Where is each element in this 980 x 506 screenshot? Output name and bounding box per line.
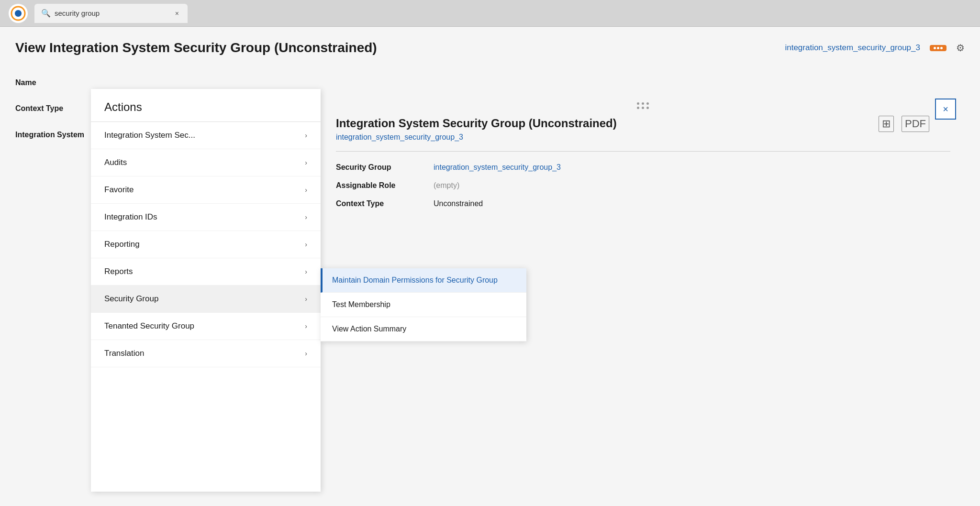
- overlay-container: Actions Integration System Sec... › Audi…: [91, 89, 966, 492]
- options-badge[interactable]: [930, 45, 947, 51]
- submenu-item-maintain-domain[interactable]: Maintain Domain Permissions for Security…: [321, 268, 526, 293]
- export-icons: ⊞ PDF: [879, 116, 929, 132]
- detail-row-assignable-role: Assignable Role (empty): [336, 181, 950, 190]
- search-tab-close-button[interactable]: ×: [173, 9, 181, 18]
- menu-item-label: Security Group: [104, 294, 158, 304]
- detail-row-context-type: Context Type Unconstrained: [336, 199, 950, 208]
- search-icon: 🔍: [41, 9, 51, 18]
- badge-dot-1: [934, 47, 936, 49]
- detail-subtitle[interactable]: integration_system_security_group_3: [336, 133, 950, 142]
- drag-handle[interactable]: [336, 102, 950, 109]
- page-header: View Integration System Security Group (…: [0, 27, 980, 65]
- menu-item-integration-system-sec[interactable]: Integration System Sec... ›: [91, 122, 321, 149]
- detail-label-assignable-role: Assignable Role: [336, 181, 422, 190]
- menu-item-reporting[interactable]: Reporting ›: [91, 231, 321, 258]
- settings-icon[interactable]: ⚙: [956, 42, 965, 54]
- menu-item-label: Tenanted Security Group: [104, 321, 194, 331]
- workday-logo: [8, 3, 29, 24]
- drag-dots: [637, 102, 649, 109]
- page-area: View Integration System Security Group (…: [0, 27, 980, 506]
- chevron-right-icon: ›: [305, 295, 307, 303]
- drag-dot: [642, 107, 644, 109]
- chevron-right-icon: ›: [305, 268, 307, 275]
- submenu-panel: Maintain Domain Permissions for Security…: [321, 268, 526, 341]
- menu-item-reports[interactable]: Reports ›: [91, 258, 321, 286]
- menu-item-audits[interactable]: Audits ›: [91, 149, 321, 176]
- menu-item-label: Favorite: [104, 185, 134, 195]
- chevron-right-icon: ›: [305, 132, 307, 139]
- chevron-right-icon: ›: [305, 186, 307, 194]
- drag-dot: [646, 107, 649, 109]
- close-button[interactable]: ×: [935, 99, 956, 120]
- drag-dot: [642, 102, 644, 105]
- search-tab-text: security group: [55, 9, 169, 17]
- chevron-right-icon: ›: [305, 241, 307, 248]
- chevron-right-icon: ›: [305, 213, 307, 221]
- actions-panel: Actions Integration System Sec... › Audi…: [91, 89, 321, 492]
- menu-item-label: Audits: [104, 158, 127, 167]
- drag-dot: [637, 107, 639, 109]
- page-title: View Integration System Security Group (…: [15, 40, 775, 55]
- detail-title: Integration System Security Group (Uncon…: [336, 117, 950, 130]
- chevron-right-icon: ›: [305, 159, 307, 166]
- menu-item-translation[interactable]: Translation ›: [91, 340, 321, 367]
- chevron-right-icon: ›: [305, 322, 307, 330]
- menu-item-label: Reports: [104, 267, 133, 276]
- excel-export-icon[interactable]: ⊞: [879, 116, 894, 132]
- drag-dot: [646, 102, 649, 105]
- menu-item-security-group[interactable]: Security Group ›: [91, 286, 321, 313]
- detail-value-security-group[interactable]: integration_system_security_group_3: [434, 163, 561, 172]
- detail-row-security-group: Security Group integration_system_securi…: [336, 163, 950, 172]
- chevron-right-icon: ›: [305, 350, 307, 357]
- search-tab[interactable]: 🔍 security group ×: [34, 4, 188, 23]
- menu-item-label: Reporting: [104, 240, 140, 249]
- detail-value-assignable-role: (empty): [434, 181, 459, 190]
- menu-item-label: Integration System Sec...: [104, 131, 195, 140]
- detail-value-context-type: Unconstrained: [434, 199, 483, 208]
- actions-header: Actions: [91, 89, 321, 122]
- menu-item-favorite[interactable]: Favorite ›: [91, 176, 321, 204]
- submenu-item-test-membership[interactable]: Test Membership: [321, 293, 526, 317]
- menu-item-label: Translation: [104, 349, 144, 358]
- menu-item-integration-ids[interactable]: Integration IDs ›: [91, 204, 321, 231]
- detail-label-context-type: Context Type: [336, 199, 422, 208]
- submenu-item-view-action-summary[interactable]: View Action Summary: [321, 317, 526, 341]
- badge-dot-2: [937, 47, 939, 49]
- pdf-export-icon[interactable]: PDF: [902, 116, 929, 132]
- detail-label-security-group: Security Group: [336, 163, 422, 172]
- browser-bar: 🔍 security group ×: [0, 0, 980, 27]
- detail-divider: [336, 151, 950, 152]
- menu-item-tenanted-security-group[interactable]: Tenanted Security Group ›: [91, 313, 321, 340]
- menu-item-label: Integration IDs: [104, 212, 157, 222]
- drag-dot: [637, 102, 639, 105]
- page-link[interactable]: integration_system_security_group_3: [785, 43, 920, 53]
- badge-dot-3: [940, 47, 943, 49]
